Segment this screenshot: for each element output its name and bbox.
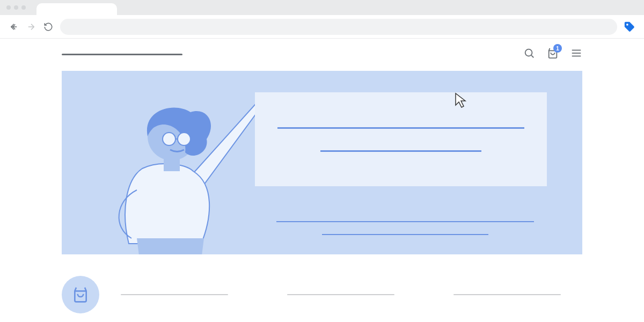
back-icon[interactable]: [9, 21, 19, 32]
cursor-icon: [455, 92, 469, 108]
svg-point-10: [163, 133, 175, 145]
svg-point-11: [178, 133, 191, 145]
forward-icon[interactable]: [26, 21, 36, 32]
svg-line-3: [531, 55, 533, 57]
hero-headline-line: [277, 127, 524, 129]
browser-toolbar: [0, 15, 644, 39]
site-header: 1: [62, 47, 582, 61]
refresh-icon[interactable]: [43, 21, 54, 32]
person-illustration: [78, 77, 260, 254]
price-tag-extension-icon[interactable]: [624, 21, 635, 33]
shopping-bag-icon[interactable]: 1: [547, 47, 559, 61]
svg-point-1: [626, 24, 628, 26]
address-bar[interactable]: [60, 19, 617, 35]
hero-subtext: [276, 221, 534, 235]
category-row: [62, 276, 582, 313]
hero-subtext-line: [322, 234, 488, 235]
svg-point-2: [525, 49, 532, 56]
browser-tab[interactable]: [36, 3, 117, 15]
traffic-light-dot: [14, 5, 18, 10]
hamburger-menu-icon[interactable]: [570, 47, 582, 61]
cart-badge: 1: [553, 44, 562, 53]
site-logo[interactable]: [62, 54, 182, 55]
hero-banner: [62, 71, 582, 254]
traffic-light-dot: [21, 5, 26, 10]
hero-card: [255, 92, 547, 186]
product-placeholder-line: [287, 294, 394, 295]
browser-tab-bar: [0, 0, 644, 15]
page-content: 1: [0, 39, 644, 313]
shopping-bag-icon: [72, 286, 89, 303]
search-icon[interactable]: [523, 47, 535, 61]
product-placeholder-line: [121, 294, 228, 295]
category-avatar[interactable]: [62, 276, 99, 313]
hero-subtext-line: [276, 221, 534, 222]
traffic-light-dot: [6, 5, 11, 10]
product-placeholder-line: [453, 294, 561, 295]
hero-headline-line: [320, 150, 481, 152]
